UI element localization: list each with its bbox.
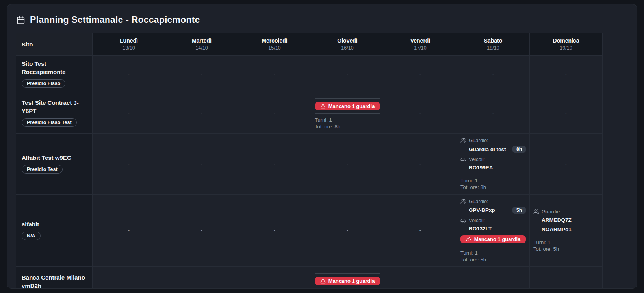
table-row: Banca Centrale Milano vmB2h_N/A---Mancan… — [16, 266, 603, 289]
day-cell[interactable]: - — [165, 92, 238, 134]
site-name: Test Site Contract J-Y6PT — [22, 98, 87, 115]
empty-cell-dash: - — [388, 285, 453, 289]
empty-cell-dash: - — [242, 71, 307, 77]
table-row: alfabitN/A-----Guardie:GPV-BPxp5hVeicoli… — [16, 194, 603, 266]
day-cell[interactable]: - — [530, 92, 603, 134]
guard-item: Guardia di test8h — [460, 146, 526, 153]
hours-summary-label: Tot. ore: — [533, 246, 552, 252]
day-date: 18/10 — [457, 45, 529, 51]
empty-cell-dash: - — [388, 110, 453, 116]
day-cell[interactable]: - — [311, 134, 384, 194]
day-cell[interactable]: Mancano 1 guardiaTurni: 1Tot. ore: 8h — [311, 266, 384, 289]
day-cell[interactable]: - — [384, 56, 457, 92]
cell-content: Guardie:ARMEDQ7ZNOARMPo1Turni: 1Tot. ore… — [533, 209, 599, 252]
empty-cell-dash: - — [169, 110, 234, 116]
warning-icon — [320, 104, 326, 109]
empty-cell-dash: - — [169, 71, 234, 77]
day-cell[interactable]: - — [238, 56, 311, 92]
day-date: 16/10 — [312, 45, 383, 51]
missing-guard-badge[interactable]: Mancano 1 guardia — [315, 102, 380, 110]
empty-cell-dash: - — [242, 285, 307, 289]
hours-summary: Tot. ore: 5h — [533, 246, 599, 252]
vehicle-icon — [460, 217, 466, 223]
day-cell[interactable]: - — [165, 56, 238, 92]
day-header: Lunedì13/10 — [93, 33, 165, 56]
guards-icon — [533, 209, 539, 215]
day-cell[interactable]: - — [238, 92, 311, 134]
site-cell: Alfabit Test w9EGPresidio Test — [16, 134, 93, 194]
day-cell[interactable]: - — [311, 56, 384, 92]
shifts-summary: Turni: 1 — [533, 239, 599, 246]
cell-content: Mancano 1 guardiaTurni: 1Tot. ore: 8h — [315, 98, 380, 130]
day-date: 19/10 — [530, 45, 602, 51]
day-cell[interactable]: - — [165, 194, 238, 266]
shifts-summary-label: Turni: — [460, 178, 473, 184]
day-name: Venerdì — [384, 37, 456, 44]
cell-content: Mancano 1 guardiaTurni: 1Tot. ore: 8h — [315, 273, 380, 289]
day-cell[interactable]: - — [530, 134, 603, 194]
empty-cell-dash: - — [460, 71, 526, 77]
day-cell[interactable]: - — [384, 266, 457, 289]
missing-guard-badge[interactable]: Mancano 1 guardia — [460, 235, 526, 243]
site-type-badge: N/A — [22, 232, 41, 240]
day-header: Martedì14/10 — [165, 33, 238, 56]
day-cell[interactable]: Guardie:GPV-BPxp5hVeicoli:RO132LTMancano… — [457, 194, 530, 266]
day-cell[interactable]: - — [93, 56, 165, 92]
guard-item: NOARMPo1 — [533, 226, 599, 232]
day-cell[interactable]: - — [93, 92, 165, 134]
day-cell[interactable]: - — [93, 134, 165, 194]
missing-guard-badge[interactable]: Mancano 1 guardia — [315, 277, 380, 285]
hours-summary-value: 8h — [335, 124, 340, 130]
day-cell[interactable]: - — [457, 266, 530, 289]
day-cell[interactable]: - — [530, 56, 603, 92]
site-name: Sito Test Roccapiemonte — [22, 59, 87, 76]
day-cell[interactable]: - — [311, 194, 384, 266]
day-cell[interactable]: - — [238, 194, 311, 266]
divider — [315, 113, 380, 114]
missing-guard-text: Mancano 1 guardia — [328, 103, 375, 109]
empty-cell-dash: - — [169, 285, 234, 289]
table-row: Test Site Contract J-Y6PTPresidio Fisso … — [16, 92, 603, 134]
hours-summary-label: Tot. ore: — [315, 124, 333, 130]
page-title: Planning Settimanale - Roccapiemonte — [30, 15, 200, 25]
day-cell[interactable]: - — [238, 134, 311, 194]
day-cell[interactable]: - — [384, 134, 457, 194]
day-date: 13/10 — [93, 45, 165, 51]
day-cell[interactable]: Guardie:Guardia di test8hVeicoli:RO199EA… — [457, 134, 530, 194]
divider — [460, 247, 526, 247]
empty-cell-dash: - — [96, 110, 161, 116]
empty-cell-dash: - — [96, 285, 161, 289]
cell-summary: Turni: 1Tot. ore: 5h — [460, 250, 526, 263]
guard-name: NOARMPo1 — [542, 226, 572, 232]
day-cell[interactable]: - — [457, 92, 530, 134]
guard-item: ARMEDQ7Z — [533, 217, 599, 223]
site-cell: Sito Test RoccapiemontePresidio Fisso — [16, 56, 93, 92]
day-cell[interactable]: - — [530, 266, 603, 289]
hours-summary: Tot. ore: 8h — [460, 184, 526, 191]
day-cell[interactable]: - — [384, 92, 457, 134]
day-cell[interactable]: - — [165, 134, 238, 194]
vehicle-item: RO199EA — [460, 165, 526, 171]
day-cell[interactable]: - — [384, 194, 457, 266]
day-cell[interactable]: Mancano 1 guardiaTurni: 1Tot. ore: 8h — [311, 92, 384, 134]
guard-name: GPV-BPxp — [469, 207, 495, 213]
day-cell[interactable]: - — [93, 194, 165, 266]
guards-label-text: Guardie: — [469, 198, 488, 204]
empty-cell-dash: - — [533, 161, 599, 167]
site-column-header: Sito — [16, 33, 93, 56]
table-row: Sito Test RoccapiemontePresidio Fisso---… — [16, 56, 603, 92]
day-cell[interactable]: - — [165, 266, 238, 289]
divider — [315, 288, 380, 289]
day-name: Mercoledì — [239, 37, 310, 44]
day-cell[interactable]: - — [238, 266, 311, 289]
missing-guard-text: Mancano 1 guardia — [474, 236, 521, 242]
divider — [533, 236, 599, 236]
day-cell[interactable]: Guardie:ARMEDQ7ZNOARMPo1Turni: 1Tot. ore… — [530, 194, 603, 266]
planning-card: Planning Settimanale - Roccapiemonte Sit… — [7, 4, 637, 289]
day-name: Martedì — [166, 37, 238, 44]
day-cell[interactable]: - — [93, 266, 165, 289]
empty-cell-dash: - — [388, 227, 453, 233]
hours-summary-value: 5h — [481, 257, 486, 263]
day-cell[interactable]: - — [457, 56, 530, 92]
planning-table-body: Sito Test RoccapiemontePresidio Fisso---… — [16, 56, 603, 289]
